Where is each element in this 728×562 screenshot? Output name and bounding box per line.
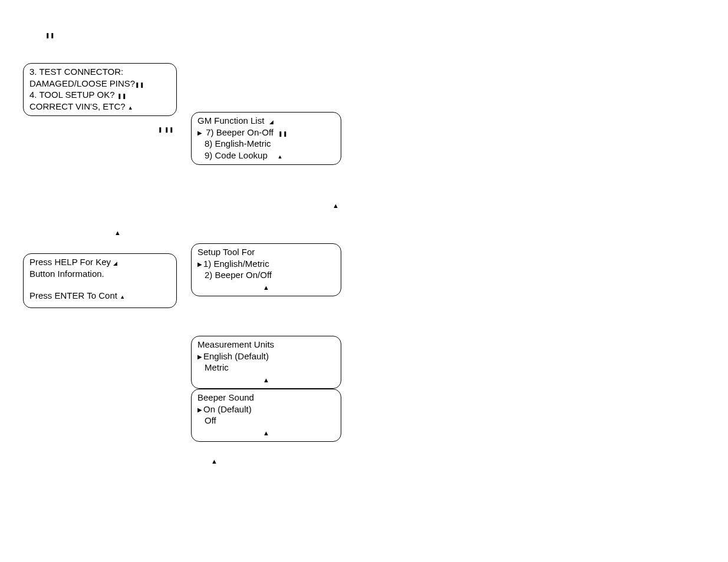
decoration-glyph: ▲: [263, 430, 269, 437]
screen-title: GM Function List ◢: [197, 115, 335, 127]
decoration-glyph: ▲: [332, 203, 339, 209]
menu-item-english-metric[interactable]: 1) English/Metric: [197, 258, 335, 270]
text-line: Press HELP For Key ◢: [29, 256, 170, 268]
option-english[interactable]: English (Default): [197, 351, 335, 362]
text-line: CORRECT VIN'S, ETC? ▲: [29, 101, 170, 113]
screen-measurement-units: Measurement Units English (Default) Metr…: [191, 336, 341, 389]
text-line: 4. TOOL SETUP OK? ❚❚: [29, 89, 170, 101]
decoration-glyph: ▲: [211, 458, 218, 465]
decoration-glyph: ▲: [263, 285, 269, 291]
text-line: Press ENTER To Cont ▲: [29, 290, 170, 302]
decoration-glyph: ▲: [114, 230, 121, 236]
screen-gm-function-list: GM Function List ◢ 7) Beeper On-Off ❚❚ 8…: [191, 112, 341, 165]
decoration-glyph: ▲: [128, 105, 133, 111]
text: Press ENTER To Cont: [29, 290, 117, 300]
text-line: DAMAGED/LOOSE PINS?❚❚: [29, 78, 170, 90]
option-off[interactable]: Off: [197, 415, 335, 427]
menu-item-code-lookup[interactable]: 9) Code Lookup ▲: [197, 150, 335, 161]
decoration-glyph: ◢: [113, 261, 117, 266]
text: 9) Code Lookup: [205, 150, 268, 160]
decoration-glyph: ❚ ❚❚: [158, 127, 174, 133]
text: 7) Beeper On-Off: [206, 127, 274, 137]
screen-setup-tool: Setup Tool For 1) English/Metric 2) Beep…: [191, 243, 341, 296]
decoration-glyph: ❚❚: [135, 82, 144, 88]
screen-beeper-sound: Beeper Sound On (Default) Off ▲: [191, 389, 341, 442]
text: CORRECT VIN'S, ETC?: [29, 101, 126, 111]
menu-item-english-metric[interactable]: 8) English-Metric: [197, 138, 335, 150]
screen-title: Beeper Sound: [197, 392, 335, 404]
decoration-glyph: ▲: [277, 154, 282, 160]
text: Press HELP For Key: [29, 257, 111, 267]
decoration-glyph: ▲: [120, 295, 125, 300]
option-metric[interactable]: Metric: [197, 362, 335, 373]
screen-title: Setup Tool For: [197, 246, 335, 258]
decoration-glyph: ❚❚: [278, 131, 288, 137]
option-on[interactable]: On (Default): [197, 404, 335, 415]
decoration-glyph: ▲: [263, 377, 269, 384]
screen-title: Measurement Units: [197, 339, 335, 351]
text-line: 3. TEST CONNECTOR:: [29, 66, 170, 78]
text-line: Button Information.: [29, 268, 170, 280]
text: GM Function List: [197, 115, 264, 125]
decoration-glyph: ◢: [269, 120, 274, 125]
screen-test-connector: 3. TEST CONNECTOR: DAMAGED/LOOSE PINS?❚❚…: [23, 63, 177, 116]
blank-line: [29, 279, 170, 290]
decoration-glyph: ❚❚: [117, 94, 127, 99]
screen-help-info: Press HELP For Key ◢ Button Information.…: [23, 253, 177, 308]
decoration-glyph: ❚❚: [45, 33, 55, 38]
menu-item-beeper-on-off[interactable]: 7) Beeper On-Off ❚❚: [197, 127, 335, 138]
text: DAMAGED/LOOSE PINS?: [29, 78, 135, 88]
menu-item-beeper-on-off[interactable]: 2) Beeper On/Off: [197, 269, 335, 281]
text: 4. TOOL SETUP OK?: [29, 90, 115, 100]
